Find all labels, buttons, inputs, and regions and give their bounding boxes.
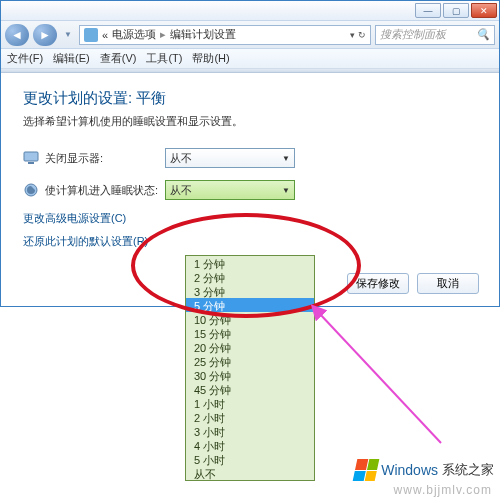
display-off-label: 关闭显示器: — [45, 151, 165, 166]
sleep-option[interactable]: 10 分钟 — [186, 312, 314, 326]
chevron-down-icon: ▼ — [282, 154, 290, 163]
maximize-button[interactable]: ▢ — [443, 3, 469, 18]
sleep-option[interactable]: 2 小时 — [186, 410, 314, 424]
forward-button[interactable]: ► — [33, 24, 57, 46]
breadcrumb-item-2[interactable]: 编辑计划设置 — [170, 27, 236, 42]
menu-edit[interactable]: 编辑(E) — [53, 51, 90, 66]
sleep-option[interactable]: 25 分钟 — [186, 354, 314, 368]
watermark-brand: Windows 系统之家 — [355, 459, 494, 481]
sleep-options-list[interactable]: 1 分钟2 分钟3 分钟5 分钟10 分钟15 分钟20 分钟25 分钟30 分… — [185, 255, 315, 481]
annotation-arrow — [301, 303, 451, 453]
display-off-dropdown[interactable]: 从不 ▼ — [165, 148, 295, 168]
breadcrumb-item-1[interactable]: 电源选项 — [112, 27, 156, 42]
watermark-text-2: 系统之家 — [442, 461, 494, 479]
menu-view[interactable]: 查看(V) — [100, 51, 137, 66]
setting-row-sleep: 使计算机进入睡眠状态: 从不 ▼ — [23, 179, 479, 201]
menu-help[interactable]: 帮助(H) — [192, 51, 229, 66]
sleep-label: 使计算机进入睡眠状态: — [45, 183, 165, 198]
sleep-option[interactable]: 15 分钟 — [186, 326, 314, 340]
nav-toolbar: ◄ ► ▼ « 电源选项 ▸ 编辑计划设置 ▾ ↻ 搜索控制面板 🔍 — [1, 21, 499, 49]
search-icon: 🔍 — [476, 28, 490, 41]
search-placeholder: 搜索控制面板 — [380, 27, 446, 42]
chevron-down-icon: ▼ — [282, 186, 290, 195]
history-dropdown[interactable]: ▼ — [61, 24, 75, 46]
sleep-option[interactable]: 1 小时 — [186, 396, 314, 410]
watermark-text-1: Windows — [381, 462, 438, 478]
sleep-option[interactable]: 3 小时 — [186, 424, 314, 438]
titlebar: — ▢ ✕ — [1, 1, 499, 21]
control-panel-icon — [84, 28, 98, 42]
page-subtitle: 选择希望计算机使用的睡眠设置和显示设置。 — [23, 114, 479, 129]
close-button[interactable]: ✕ — [471, 3, 497, 18]
restore-defaults-link[interactable]: 还原此计划的默认设置(R) — [23, 234, 479, 249]
page-title: 更改计划的设置: 平衡 — [23, 89, 479, 108]
content-area: 更改计划的设置: 平衡 选择希望计算机使用的睡眠设置和显示设置。 关闭显示器: … — [1, 73, 499, 306]
sleep-option[interactable]: 30 分钟 — [186, 368, 314, 382]
window-controls: — ▢ ✕ — [415, 3, 499, 18]
sleep-option[interactable]: 3 分钟 — [186, 284, 314, 298]
sleep-option[interactable]: 20 分钟 — [186, 340, 314, 354]
display-off-value: 从不 — [170, 151, 192, 166]
sleep-value: 从不 — [170, 183, 192, 198]
menu-file[interactable]: 文件(F) — [7, 51, 43, 66]
menu-tools[interactable]: 工具(T) — [146, 51, 182, 66]
sleep-option[interactable]: 4 小时 — [186, 438, 314, 452]
menu-bar: 文件(F) 编辑(E) 查看(V) 工具(T) 帮助(H) — [1, 49, 499, 69]
cancel-button[interactable]: 取消 — [417, 273, 479, 294]
sleep-dropdown[interactable]: 从不 ▼ — [165, 180, 295, 200]
back-button[interactable]: ◄ — [5, 24, 29, 46]
minimize-button[interactable]: — — [415, 3, 441, 18]
svg-line-3 — [319, 313, 441, 443]
watermark-url: www.bjjmlv.com — [394, 483, 492, 497]
sleep-option[interactable]: 5 小时 — [186, 452, 314, 466]
sleep-option[interactable]: 2 分钟 — [186, 270, 314, 284]
advanced-settings-link[interactable]: 更改高级电源设置(C) — [23, 211, 479, 226]
setting-row-display: 关闭显示器: 从不 ▼ — [23, 147, 479, 169]
windows-logo-icon — [353, 459, 380, 481]
address-bar[interactable]: « 电源选项 ▸ 编辑计划设置 ▾ ↻ — [79, 25, 371, 45]
sleep-option[interactable]: 从不 — [186, 466, 314, 480]
sleep-option[interactable]: 5 分钟 — [186, 298, 314, 312]
sleep-option[interactable]: 1 分钟 — [186, 256, 314, 270]
save-button[interactable]: 保存修改 — [347, 273, 409, 294]
address-dropdown-icon[interactable]: ▾ ↻ — [350, 30, 366, 40]
sleep-option[interactable]: 45 分钟 — [186, 382, 314, 396]
window-frame: — ▢ ✕ ◄ ► ▼ « 电源选项 ▸ 编辑计划设置 ▾ ↻ 搜索控制面板 🔍… — [0, 0, 500, 307]
search-input[interactable]: 搜索控制面板 🔍 — [375, 25, 495, 45]
monitor-icon — [23, 150, 39, 166]
breadcrumb-sep: ▸ — [160, 28, 166, 41]
svg-rect-0 — [24, 152, 38, 161]
svg-rect-1 — [28, 162, 34, 164]
breadcrumb-sep: « — [102, 29, 108, 41]
sleep-icon — [23, 182, 39, 198]
